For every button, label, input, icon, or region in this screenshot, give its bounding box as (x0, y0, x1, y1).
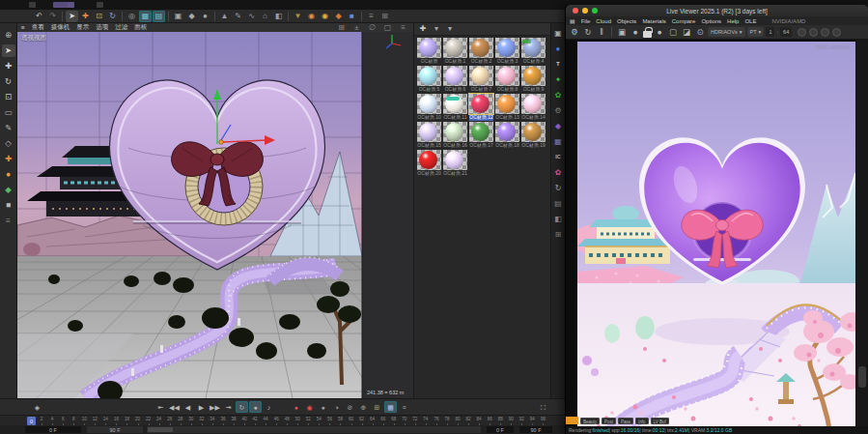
material-item[interactable]: OC材质.17 (468, 122, 494, 149)
mograph-icon[interactable]: ✦ (552, 74, 564, 86)
axis-band-icon[interactable]: ● (2, 168, 15, 181)
material-thumbnail[interactable] (521, 94, 546, 114)
material-item[interactable]: OC材质.21 (442, 150, 468, 177)
octane-objects-icon[interactable]: ◆ (332, 11, 345, 22)
lv-stop-icon[interactable]: ▣ (616, 26, 628, 38)
layout-tool-icon[interactable]: ■ (2, 199, 15, 212)
autokey-icon[interactable]: ◉ (303, 401, 316, 413)
edge-mode-icon[interactable]: ✎ (232, 11, 244, 22)
keyframe-scale-icon[interactable]: ⊘ (344, 401, 356, 413)
octane-icon[interactable]: ◉ (305, 11, 318, 22)
lv-chip-beauty[interactable]: Beauty (580, 418, 600, 424)
material-thumbnail[interactable] (443, 150, 467, 170)
lv-menu-materials[interactable]: Materials (642, 18, 665, 24)
material-thumbnail[interactable] (521, 122, 546, 142)
samples-field[interactable]: 64 (780, 27, 792, 37)
zoom-button[interactable] (592, 8, 598, 14)
live-viewer-canvas[interactable]: DEMO VERSION BeautyPostPassInfoLV Buf Re… (566, 40, 868, 434)
material-item[interactable]: OC材质.15 (416, 122, 442, 149)
viewport-menu-选项[interactable]: 选项 (96, 23, 108, 32)
play-icon[interactable]: ▶ (195, 401, 208, 413)
lv-round-2-button[interactable] (809, 28, 818, 37)
lv-chip-info[interactable]: Info (635, 418, 649, 424)
material-item[interactable]: OC材质.9 (520, 66, 546, 93)
material-thumbnail[interactable] (417, 94, 441, 114)
material-item[interactable]: OC材质.11 (442, 94, 468, 121)
close-button[interactable] (573, 8, 578, 14)
subsample-field[interactable]: 1 (766, 27, 774, 37)
minimize-button[interactable] (582, 8, 588, 14)
lv-restart-icon[interactable]: ↻ (582, 26, 594, 38)
lv-chip-lv-buf[interactable]: LV Buf (651, 418, 669, 424)
material-item[interactable]: OC材质.1 (442, 38, 468, 65)
viewport-view-label[interactable]: 透视视图 (21, 34, 46, 43)
lv-round-4-button[interactable] (832, 28, 841, 37)
interactive-render-icon[interactable]: IC (552, 152, 564, 163)
perspective-viewport[interactable]: 透视视图 241.38 = 632 m (17, 32, 413, 398)
material-item[interactable]: OC材质.7 (468, 66, 494, 93)
viewport-menu-icon[interactable]: ≡ (21, 24, 25, 31)
goto-end-icon[interactable]: ⇥ (222, 401, 235, 413)
simulate-icon[interactable]: ● (552, 43, 564, 55)
rotate-tool-icon[interactable]: ↻ (2, 75, 15, 88)
lv-chip-pass[interactable]: Pass (618, 418, 633, 424)
selection-tool-icon[interactable]: ➤ (2, 44, 15, 57)
material-thumbnail[interactable] (469, 122, 493, 142)
next-frame-icon[interactable]: ▶▶ (209, 401, 221, 413)
lv-settings-icon[interactable]: ⚙ (569, 26, 580, 38)
content-browser-icon[interactable]: ≡ (365, 11, 378, 22)
material-item[interactable]: OC材质.8 (494, 66, 520, 93)
material-item[interactable]: OC材质.14 (520, 94, 546, 121)
material-thumbnail[interactable] (495, 94, 519, 114)
lv-menu-objects[interactable]: Objects (617, 18, 636, 24)
workplane-icon[interactable]: ● (199, 11, 211, 22)
lv-scrollbar[interactable] (855, 40, 868, 434)
settings-icon[interactable]: ⚙ (552, 105, 564, 117)
material-thumbnail[interactable] (495, 66, 519, 86)
material-thumbnail[interactable] (469, 38, 493, 58)
material-item[interactable]: OC材质.10 (416, 94, 442, 121)
axis-lock-icon[interactable]: ✚ (2, 153, 15, 165)
add-material-icon[interactable]: ✚ (417, 24, 429, 35)
scale-icon[interactable]: ⊡ (93, 11, 105, 22)
lv-pick-material-icon[interactable]: ● (654, 26, 665, 38)
grid-icon[interactable]: ⊞ (552, 229, 564, 241)
material-item[interactable]: OC材质 (416, 38, 442, 65)
material-filter-icon[interactable]: ▾ (431, 24, 442, 35)
lv-menu-options[interactable]: Options (701, 18, 721, 24)
lv-clay-icon[interactable]: ● (630, 26, 641, 38)
lv-menu-compare[interactable]: Compare (672, 18, 696, 24)
material-thumbnail[interactable]: MIX (521, 38, 546, 58)
render-view-icon[interactable]: ▦ (139, 11, 152, 22)
undo-icon[interactable]: ↶ (33, 11, 45, 22)
material-thumbnail[interactable] (417, 122, 441, 142)
volume-icon[interactable]: ◆ (552, 121, 564, 132)
fields-icon[interactable]: ✿ (552, 90, 564, 101)
viewport-menu-过滤[interactable]: 过滤 (115, 23, 127, 32)
goto-start-icon[interactable]: ⇤ (154, 401, 167, 413)
lv-pause-icon[interactable]: ‖ (596, 26, 607, 38)
material-thumbnail[interactable] (495, 38, 519, 58)
workplane-tool-icon[interactable]: ◆ (2, 184, 15, 196)
material-item[interactable]: MIXOC材质.4 (520, 38, 546, 65)
material-thumbnail[interactable] (417, 38, 441, 58)
material-thumbnail[interactable] (521, 66, 546, 86)
material-item[interactable]: OC材质.6 (442, 66, 468, 93)
material-item[interactable]: OC材质.3 (494, 38, 520, 65)
material-thumbnail[interactable] (443, 38, 467, 58)
spline-icon[interactable]: ∿ (245, 11, 258, 22)
octane-materials-icon[interactable]: ◉ (319, 11, 331, 22)
prev-key-icon[interactable]: ◀◀ (168, 401, 181, 413)
current-frame-field[interactable]: 0 F (487, 426, 514, 433)
material-thumbnail[interactable] (417, 150, 441, 170)
max-frame-field[interactable]: 90 F (519, 426, 552, 433)
lv-render-region-icon[interactable]: ◪ (681, 26, 692, 38)
asset-browser-icon[interactable]: ▤ (552, 198, 564, 210)
expand-timeline-icon[interactable]: ⛶ (537, 401, 549, 413)
material-item[interactable]: OC材质.20 (416, 150, 442, 177)
material-thumbnail[interactable] (469, 66, 493, 86)
range-start-field[interactable]: 0 F (25, 426, 81, 433)
frame-tool-icon[interactable]: ▭ (2, 106, 15, 119)
lv-scrollbar-thumb[interactable] (858, 366, 866, 388)
material-item[interactable]: OC材质.5 (416, 66, 442, 93)
